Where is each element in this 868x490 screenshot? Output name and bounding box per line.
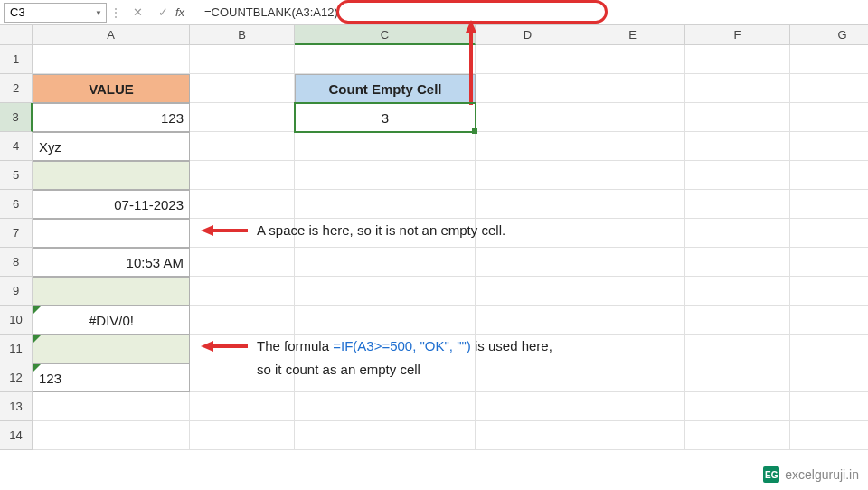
formula-input[interactable]: =COUNTBLANK(A3:A12): [199, 3, 868, 23]
row-header[interactable]: 3: [0, 103, 33, 132]
cell[interactable]: [580, 132, 685, 161]
cell-a10[interactable]: #DIV/0!: [33, 306, 190, 335]
cell[interactable]: [476, 161, 580, 190]
chevron-down-icon[interactable]: ▼: [95, 9, 102, 17]
row-header[interactable]: 7: [0, 219, 33, 248]
col-header-g[interactable]: G: [790, 25, 868, 45]
col-header-b[interactable]: B: [190, 25, 295, 45]
cell-a9[interactable]: [33, 277, 190, 306]
cell[interactable]: [580, 421, 685, 450]
cell-a3[interactable]: 123: [33, 103, 190, 132]
cell[interactable]: [476, 363, 580, 392]
row-header[interactable]: 13: [0, 392, 33, 421]
cell[interactable]: [190, 161, 295, 190]
cell[interactable]: [685, 335, 790, 363]
cell[interactable]: [580, 219, 685, 248]
cell-header-value[interactable]: VALUE: [33, 74, 190, 103]
fill-handle[interactable]: [472, 128, 477, 134]
cell[interactable]: [790, 277, 868, 306]
cell[interactable]: [476, 277, 580, 306]
cell[interactable]: [685, 219, 790, 248]
cell[interactable]: [790, 161, 868, 190]
cell[interactable]: [790, 74, 868, 103]
cell[interactable]: [685, 132, 790, 161]
cell[interactable]: [580, 45, 685, 74]
cell[interactable]: [580, 335, 685, 363]
cell-a6[interactable]: 07-11-2023: [33, 190, 190, 219]
cell[interactable]: [790, 306, 868, 335]
cell[interactable]: [295, 421, 476, 450]
row-header[interactable]: 2: [0, 74, 33, 103]
cell-a8[interactable]: 10:53 AM: [33, 248, 190, 277]
cell[interactable]: [476, 248, 580, 277]
cell[interactable]: [580, 363, 685, 392]
cell[interactable]: [295, 132, 476, 161]
fx-icon[interactable]: fx: [175, 5, 199, 19]
cell[interactable]: [190, 190, 295, 219]
enter-icon[interactable]: ✓: [150, 5, 175, 19]
row-header[interactable]: 12: [0, 363, 33, 392]
cell-header-count[interactable]: Count Empty Cell: [295, 74, 476, 103]
cell[interactable]: [580, 161, 685, 190]
cell[interactable]: [790, 248, 868, 277]
col-header-a[interactable]: A: [33, 25, 190, 45]
cell-a5[interactable]: [33, 161, 190, 190]
cell[interactable]: [295, 306, 476, 335]
cell-a11[interactable]: [33, 335, 190, 363]
cell[interactable]: [790, 392, 868, 421]
row-header[interactable]: 4: [0, 132, 33, 161]
cell[interactable]: [685, 421, 790, 450]
col-header-f[interactable]: F: [685, 25, 790, 45]
cell[interactable]: [190, 306, 295, 335]
cell[interactable]: [190, 392, 295, 421]
cell[interactable]: [685, 392, 790, 421]
cell[interactable]: [685, 161, 790, 190]
cell[interactable]: [580, 190, 685, 219]
row-header[interactable]: 6: [0, 190, 33, 219]
cell[interactable]: [33, 421, 190, 450]
cell[interactable]: [476, 421, 580, 450]
cell[interactable]: [295, 277, 476, 306]
cell[interactable]: [190, 421, 295, 450]
cell[interactable]: [190, 132, 295, 161]
error-indicator-icon[interactable]: [33, 364, 41, 372]
row-header[interactable]: 5: [0, 161, 33, 190]
cell[interactable]: [685, 45, 790, 74]
cell-c3-selected[interactable]: 3: [295, 103, 476, 132]
cell[interactable]: [685, 74, 790, 103]
cell[interactable]: [190, 277, 295, 306]
cell[interactable]: [790, 335, 868, 363]
row-header[interactable]: 14: [0, 421, 33, 450]
row-header[interactable]: 9: [0, 277, 33, 306]
row-header[interactable]: 10: [0, 306, 33, 335]
cell[interactable]: [295, 161, 476, 190]
cell[interactable]: [33, 392, 190, 421]
cell[interactable]: [476, 190, 580, 219]
cell[interactable]: [33, 45, 190, 74]
cell[interactable]: [295, 45, 476, 74]
name-box[interactable]: C3 ▼: [4, 3, 107, 23]
cell[interactable]: [476, 306, 580, 335]
cell[interactable]: [685, 103, 790, 132]
cell[interactable]: [790, 190, 868, 219]
cell[interactable]: [580, 103, 685, 132]
col-header-c[interactable]: C: [295, 25, 476, 45]
cell[interactable]: [476, 45, 580, 74]
cell[interactable]: [790, 421, 868, 450]
cell[interactable]: [580, 392, 685, 421]
cell[interactable]: [476, 392, 580, 421]
error-indicator-icon[interactable]: [33, 335, 41, 343]
cell[interactable]: [476, 132, 580, 161]
cell[interactable]: [790, 363, 868, 392]
error-indicator-icon[interactable]: [33, 306, 41, 314]
cell-a4[interactable]: Xyz: [33, 132, 190, 161]
col-header-e[interactable]: E: [580, 25, 685, 45]
cell[interactable]: [580, 277, 685, 306]
cell[interactable]: [476, 103, 580, 132]
cell-a12[interactable]: 123: [33, 363, 190, 392]
cell[interactable]: [685, 277, 790, 306]
row-header[interactable]: 11: [0, 335, 33, 363]
cell[interactable]: [295, 248, 476, 277]
cell[interactable]: [685, 306, 790, 335]
cell[interactable]: [685, 190, 790, 219]
